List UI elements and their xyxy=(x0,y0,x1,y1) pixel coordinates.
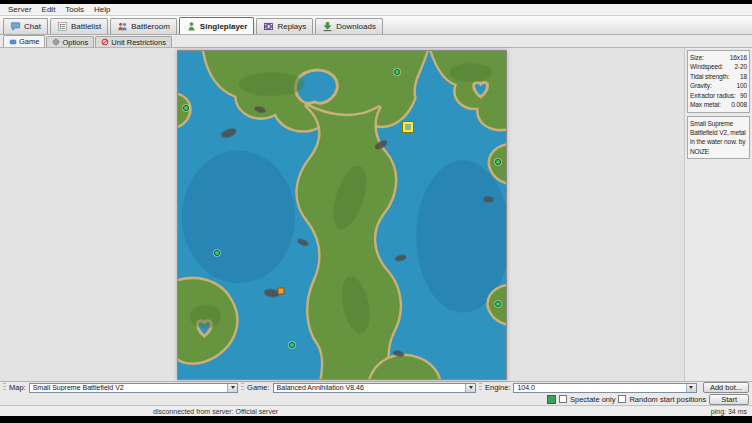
stat-value: 2-20 xyxy=(734,62,747,71)
game-icon xyxy=(9,38,17,46)
map-label: Map: xyxy=(9,383,26,392)
start-green-marker[interactable] xyxy=(289,342,295,348)
tab-battleroom[interactable]: Battleroom xyxy=(110,18,177,34)
random-start-label: Random start positions xyxy=(629,395,706,404)
spectate-only-label: Spectate only xyxy=(570,395,615,404)
subtab-options[interactable]: Options xyxy=(46,36,94,47)
engine-select-value: 104.0 xyxy=(517,384,535,391)
menu-tools[interactable]: Tools xyxy=(60,5,89,14)
chat-icon xyxy=(10,21,21,32)
start-green-marker[interactable] xyxy=(183,105,189,111)
main-tab-bar: Chat Battlelist Battleroom Singleplayer … xyxy=(0,16,752,35)
map-stat-row: Size:16x16 xyxy=(690,53,747,62)
stat-label: Tidal strength: xyxy=(690,72,729,81)
stat-label: Gravity: xyxy=(690,81,712,90)
tab-label: Singleplayer xyxy=(200,22,248,31)
subtab-label: Game xyxy=(19,37,39,46)
start-markers-layer xyxy=(178,51,506,379)
singleplayer-icon xyxy=(186,21,197,32)
tab-singleplayer[interactable]: Singleplayer xyxy=(179,17,255,34)
battle-setup-content: Size:16x16 Windspeed:2-20 Tidal strength… xyxy=(0,48,752,381)
subtab-game[interactable]: Game xyxy=(3,35,45,47)
start-green-marker[interactable] xyxy=(394,69,400,75)
map-select-value: Small Supreme Battlefield V2 xyxy=(33,384,124,391)
stat-label: Extractor radius: xyxy=(690,91,736,100)
map-preview[interactable] xyxy=(177,50,507,380)
stat-value: 18 xyxy=(740,72,747,81)
singleplayer-sub-tabs: Game Options Unit Restrictions xyxy=(0,35,752,48)
gear-icon xyxy=(52,38,60,46)
tab-label: Replays xyxy=(277,22,306,31)
map-preview-area xyxy=(0,48,684,381)
stat-value: 90 xyxy=(740,91,747,100)
start-options-bar: Spectate only Random start positions Sta… xyxy=(0,393,752,405)
start-button[interactable]: Start xyxy=(709,394,749,405)
engine-select[interactable]: 104.0 xyxy=(513,383,696,393)
map-info-panel: Size:16x16 Windspeed:2-20 Tidal strength… xyxy=(684,48,752,381)
menu-edit[interactable]: Edit xyxy=(37,5,61,14)
map-select[interactable]: Small Supreme Battlefield V2 xyxy=(29,383,238,393)
lobby-window: Server Edit Tools Help Chat Battlelist B… xyxy=(0,4,752,416)
toolbar-gripper[interactable] xyxy=(3,383,6,392)
engine-label: Engine: xyxy=(485,383,510,392)
map-stat-row: Gravity:100 xyxy=(690,81,747,90)
map-stat-row: Max metal:0.008 xyxy=(690,100,747,109)
chevron-down-icon[interactable] xyxy=(686,384,696,392)
menu-bar: Server Edit Tools Help xyxy=(0,4,752,16)
game-label: Game: xyxy=(247,383,270,392)
status-bar: disconnected from server: Official serve… xyxy=(0,405,752,416)
tab-label: Chat xyxy=(24,22,41,31)
downloads-icon xyxy=(322,21,333,32)
stat-value: 0.008 xyxy=(731,100,747,109)
random-start-checkbox[interactable] xyxy=(618,395,626,403)
start-selected-marker[interactable] xyxy=(403,122,413,132)
subtab-unit-restrictions[interactable]: Unit Restrictions xyxy=(95,36,172,47)
stat-value: 16x16 xyxy=(730,53,747,62)
start-green-marker[interactable] xyxy=(495,159,501,165)
game-select-value: Balanced Annihilation V8.46 xyxy=(277,384,364,391)
restriction-icon xyxy=(101,38,109,46)
setup-toolbar: Map: Small Supreme Battlefield V2 Game: … xyxy=(0,381,752,393)
battlelist-icon xyxy=(57,21,68,32)
start-green-marker[interactable] xyxy=(495,301,501,307)
start-green-marker[interactable] xyxy=(214,250,220,256)
tab-downloads[interactable]: Downloads xyxy=(315,18,383,34)
map-stats-box: Size:16x16 Windspeed:2-20 Tidal strength… xyxy=(687,50,750,113)
tab-chat[interactable]: Chat xyxy=(3,18,48,34)
map-description-box: Small Supreme Battlefield V2, metal in t… xyxy=(687,116,750,160)
connection-status: disconnected from server: Official serve… xyxy=(5,408,278,415)
screen: Server Edit Tools Help Chat Battlelist B… xyxy=(0,0,752,423)
stat-label: Windspeed: xyxy=(690,62,723,71)
menu-help[interactable]: Help xyxy=(89,5,115,14)
chevron-down-icon[interactable] xyxy=(465,384,475,392)
menu-server[interactable]: Server xyxy=(3,5,37,14)
ping-status: ping: 34 ms xyxy=(711,408,747,415)
stat-label: Size: xyxy=(690,53,704,62)
tab-label: Battlelist xyxy=(71,22,101,31)
subtab-label: Unit Restrictions xyxy=(111,38,166,47)
toolbar-gripper[interactable] xyxy=(479,383,482,392)
tab-battlelist[interactable]: Battlelist xyxy=(50,18,108,34)
spectate-only-checkbox[interactable] xyxy=(559,395,567,403)
add-bot-button[interactable]: Add bot... xyxy=(703,382,749,393)
tab-replays[interactable]: Replays xyxy=(256,18,313,34)
chevron-down-icon[interactable] xyxy=(227,384,237,392)
team-color-swatch[interactable] xyxy=(547,395,556,404)
commander-marker[interactable] xyxy=(277,287,284,294)
subtab-label: Options xyxy=(62,38,88,47)
replays-icon xyxy=(263,21,274,32)
map-stat-row: Tidal strength:18 xyxy=(690,72,747,81)
toolbar-gripper[interactable] xyxy=(241,383,244,392)
tab-label: Battleroom xyxy=(131,22,170,31)
game-select[interactable]: Balanced Annihilation V8.46 xyxy=(273,383,476,393)
battleroom-icon xyxy=(117,21,128,32)
tab-label: Downloads xyxy=(336,22,376,31)
stat-label: Max metal: xyxy=(690,100,721,109)
map-stat-row: Extractor radius:90 xyxy=(690,91,747,100)
map-stat-row: Windspeed:2-20 xyxy=(690,62,747,71)
stat-value: 100 xyxy=(736,81,747,90)
